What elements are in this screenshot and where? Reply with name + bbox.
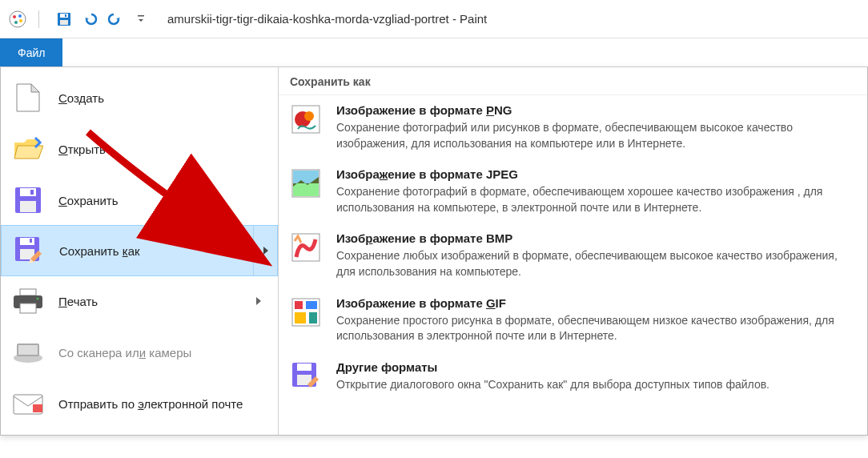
format-text: Другие форматы Открытие диалогового окна… (336, 360, 856, 393)
menu-label: Отправить по электронной почте (58, 397, 267, 411)
menu-label: Создать (58, 91, 267, 105)
gif-icon (290, 296, 322, 328)
svg-rect-13 (30, 190, 34, 195)
menu-label: Сохранить как (59, 244, 239, 258)
svg-rect-8 (65, 14, 66, 17)
svg-rect-38 (309, 312, 317, 323)
svg-point-21 (37, 298, 39, 300)
tab-file[interactable]: Файл (0, 38, 62, 66)
menu-label: Сохранить (58, 194, 267, 207)
customize-qat-button[interactable] (131, 9, 151, 30)
format-text: Изображение в формате BMP Сохранение люб… (336, 231, 856, 279)
format-desc: Открытие диалогового окна "Сохранить как… (336, 377, 856, 393)
svg-rect-18 (20, 289, 36, 295)
svg-point-1 (13, 15, 16, 18)
format-desc: Сохранение любых изображений в формате, … (336, 248, 856, 279)
file-menu-panel: Создать Открыть Сохранить (0, 67, 868, 436)
submenu-arrow-icon (253, 226, 277, 275)
format-text: Изображение в формате PNG Сохранение фот… (336, 103, 856, 151)
format-desc: Сохранение простого рисунка в формате, о… (336, 313, 856, 344)
submenu-header: Сохранить как (279, 67, 867, 95)
separator (38, 10, 39, 28)
svg-rect-37 (295, 312, 306, 323)
svg-rect-36 (306, 301, 317, 309)
svg-rect-15 (20, 238, 34, 245)
save-as-bmp[interactable]: Изображение в формате BMP Сохранение люб… (279, 223, 867, 287)
format-title: Другие форматы (336, 360, 856, 374)
file-menu-new[interactable]: Создать (1, 72, 278, 123)
file-menu-email[interactable]: Отправить по электронной почте (1, 378, 278, 429)
ribbon-tabs: Файл (0, 38, 868, 67)
window-title: amurskii-tigr-tigr-dikaia-koshka-morda-v… (167, 12, 487, 26)
file-menu-open[interactable]: Открыть (1, 123, 278, 175)
floppy-pencil-icon (13, 235, 45, 267)
svg-rect-40 (297, 364, 311, 371)
new-document-icon (12, 82, 44, 114)
save-as-other[interactable]: Другие форматы Открытие диалогового окна… (279, 352, 867, 401)
other-formats-icon (290, 360, 322, 392)
format-text: Изображение в формате JPEG Сохранение фо… (336, 167, 856, 215)
save-as-submenu: Сохранить как Изображение в формате PNG … (279, 67, 867, 435)
file-menu-scanner: Со сканера или камеры (1, 327, 278, 378)
file-menu-print[interactable]: Печать (1, 275, 278, 327)
menu-label: Открыть (58, 143, 267, 156)
svg-point-2 (18, 14, 22, 18)
redo-button[interactable] (105, 9, 126, 30)
folder-open-icon (12, 133, 44, 165)
envelope-icon (12, 388, 44, 420)
svg-rect-17 (30, 239, 32, 243)
save-as-gif[interactable]: Изображение в формате GIF Сохранение про… (279, 288, 867, 352)
file-menu-list: Создать Открыть Сохранить (1, 67, 279, 435)
save-as-jpeg[interactable]: Изображение в формате JPEG Сохранение фо… (279, 159, 867, 223)
chevron-right-icon (255, 296, 262, 306)
floppy-icon (12, 184, 44, 216)
svg-rect-24 (18, 345, 38, 355)
menu-label: Со сканера или камеры (58, 346, 267, 360)
svg-rect-32 (293, 183, 319, 196)
menu-label: Печать (58, 295, 241, 308)
jpeg-icon (290, 167, 322, 199)
format-title: Изображение в формате GIF (336, 296, 856, 310)
svg-rect-20 (20, 303, 36, 313)
svg-point-3 (19, 19, 22, 22)
format-title: Изображение в формате BMP (336, 231, 856, 245)
title-bar: amurskii-tigr-tigr-dikaia-koshka-morda-v… (0, 0, 868, 38)
svg-point-0 (10, 11, 26, 27)
format-desc: Сохранение фотографий в формате, обеспеч… (336, 184, 856, 215)
format-title: Изображение в формате JPEG (336, 167, 856, 181)
svg-point-29 (304, 111, 314, 121)
paint-logo-icon (6, 8, 29, 30)
save-as-png[interactable]: Изображение в формате PNG Сохранение фот… (279, 95, 867, 159)
format-title: Изображение в формате PNG (336, 103, 856, 117)
svg-rect-9 (138, 15, 144, 17)
floppy-icon (57, 12, 71, 26)
svg-rect-35 (295, 301, 303, 309)
file-menu-save-as[interactable]: Сохранить как (1, 225, 278, 276)
format-text: Изображение в формате GIF Сохранение про… (336, 296, 856, 344)
svg-rect-6 (60, 14, 68, 18)
svg-point-4 (14, 21, 18, 24)
svg-rect-7 (60, 20, 68, 25)
file-menu-save[interactable]: Сохранить (1, 175, 278, 226)
dropdown-icon (137, 13, 145, 26)
svg-rect-26 (33, 404, 42, 412)
png-icon (290, 103, 322, 135)
save-button[interactable] (54, 9, 74, 30)
printer-icon (12, 285, 44, 317)
undo-icon (82, 11, 98, 27)
quick-access-toolbar (54, 9, 151, 30)
redo-icon (107, 11, 123, 27)
scanner-icon (12, 336, 44, 368)
bmp-icon (290, 231, 322, 263)
svg-rect-12 (20, 201, 36, 212)
undo-button[interactable] (79, 9, 100, 30)
format-desc: Сохранение фотографий или рисунков в фор… (336, 120, 856, 151)
